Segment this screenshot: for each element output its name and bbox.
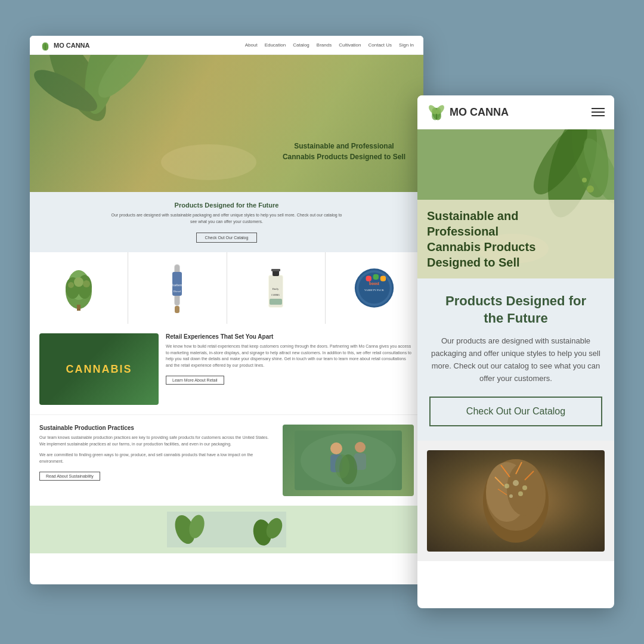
desktop-nav-links: About Education Catalog Brands Cultivati… xyxy=(245,42,414,48)
mobile-catalog-button[interactable]: Check Out Our Catalog xyxy=(429,397,602,426)
svg-rect-35 xyxy=(373,274,379,279)
sustainable-image xyxy=(283,425,414,496)
nav-about[interactable]: About xyxy=(245,42,258,48)
mobile-products-title: Products Designed for the Future xyxy=(429,293,602,327)
logo-leaf-icon xyxy=(39,39,51,51)
sustainable-button[interactable]: Read About Sustainability xyxy=(39,472,100,481)
svg-point-61 xyxy=(582,178,587,182)
svg-rect-34 xyxy=(366,275,371,281)
retail-sign-text: CANNABIS xyxy=(66,363,132,376)
desktop-products-title: Products Designed for the Future xyxy=(39,202,414,209)
svg-point-7 xyxy=(161,144,256,180)
desktop-logo: MO CANNA xyxy=(39,39,90,51)
desktop-bottom-strip xyxy=(30,506,423,553)
scene: MO CANNA About Education Catalog Brands … xyxy=(30,36,614,608)
svg-point-15 xyxy=(83,280,90,287)
mobile-cannabis-image xyxy=(427,450,605,552)
product-card-bud xyxy=(30,252,128,324)
svg-rect-28 xyxy=(270,299,282,305)
product-card-gummies: boost VARIETY PACK xyxy=(326,252,423,324)
nav-contact[interactable]: Contact Us xyxy=(369,42,392,48)
nav-catalog[interactable]: Catalog xyxy=(293,42,309,48)
svg-point-73 xyxy=(513,480,519,486)
svg-point-74 xyxy=(522,485,527,490)
mobile-logo-leaf-icon xyxy=(427,103,446,122)
svg-rect-25 xyxy=(271,269,280,271)
mobile-hero-text: Sustainable and Professional Cannabis Pr… xyxy=(427,208,605,270)
mobile-hero: Sustainable and Professional Cannabis Pr… xyxy=(417,129,614,278)
mobile-products-section: Products Designed for the Future Our pro… xyxy=(417,278,614,441)
svg-point-41 xyxy=(355,442,366,453)
mobile-mockup: MO CANNA xyxy=(417,95,614,608)
desktop-products-grid: Blueberry Diesel Daily 1500MG xyxy=(30,252,423,324)
desktop-products-section: Products Designed for the Future Our pro… xyxy=(30,192,423,252)
svg-point-39 xyxy=(330,442,342,454)
retail-description: We know how to build retail experiences … xyxy=(166,343,414,369)
svg-text:Diesel: Diesel xyxy=(174,290,181,293)
product-bud-image xyxy=(58,264,100,312)
desktop-hero-text: Sustainable and Professional Cannabis Pr… xyxy=(283,141,405,162)
mobile-menu-button[interactable] xyxy=(592,108,605,116)
hamburger-line-1 xyxy=(592,108,605,109)
svg-rect-12 xyxy=(77,305,80,311)
svg-point-13 xyxy=(74,277,83,287)
mobile-products-desc: Our products are designed with sustainab… xyxy=(429,335,602,385)
svg-point-72 xyxy=(504,484,509,488)
svg-text:Blueberry: Blueberry xyxy=(170,283,184,287)
sustainable-title: Sustainable Production Practices xyxy=(39,425,275,431)
retail-store-image: CANNABIS xyxy=(39,333,159,405)
svg-text:VARIETY PACK: VARIETY PACK xyxy=(364,288,384,291)
desktop-retail-section: CANNABIS Retail Experiences That Set You… xyxy=(30,324,423,415)
svg-text:Daily: Daily xyxy=(273,287,280,290)
svg-point-60 xyxy=(587,185,594,193)
mobile-nav: MO CANNA xyxy=(417,95,614,129)
svg-point-76 xyxy=(518,491,523,496)
product-vape-image: Blueberry Diesel xyxy=(156,264,198,312)
mobile-hero-overlay: Sustainable and Professional Cannabis Pr… xyxy=(417,200,614,278)
svg-text:boost: boost xyxy=(369,281,379,286)
hamburger-line-2 xyxy=(592,112,605,113)
mobile-logo: MO CANNA xyxy=(427,103,509,122)
desktop-mockup: MO CANNA About Education Catalog Brands … xyxy=(30,36,423,584)
product-card-tincture: Daily 1500MG xyxy=(227,252,326,324)
hero-decoration xyxy=(30,55,423,192)
svg-rect-21 xyxy=(175,306,179,313)
sustainable-content: Sustainable Production Practices Our tea… xyxy=(39,425,275,481)
nav-education[interactable]: Education xyxy=(265,42,286,48)
nav-cultivation[interactable]: Cultivation xyxy=(339,42,361,48)
sustainable-desc-2: We are committed to finding green ways t… xyxy=(39,452,275,465)
nav-brands[interactable]: Brands xyxy=(317,42,332,48)
desktop-nav: MO CANNA About Education Catalog Brands … xyxy=(30,36,423,55)
product-tincture-image: Daily 1500MG xyxy=(255,264,297,312)
desktop-hero: Sustainable and Professional Cannabis Pr… xyxy=(30,55,423,192)
retail-title: Retail Experiences That Set You Apart xyxy=(166,333,414,340)
desktop-products-desc: Our products are designed with sustainab… xyxy=(107,212,346,225)
svg-rect-36 xyxy=(380,275,386,281)
product-card-vape: Blueberry Diesel xyxy=(128,252,227,324)
mobile-product-image-section xyxy=(417,441,614,561)
svg-point-44 xyxy=(335,454,349,478)
retail-learn-button[interactable]: Learn More About Retail xyxy=(166,376,224,385)
retail-content: Retail Experiences That Set You Apart We… xyxy=(166,333,414,385)
desktop-sustainable-section: Sustainable Production Practices Our tea… xyxy=(30,415,423,506)
nav-signin[interactable]: Sign In xyxy=(399,42,414,48)
svg-text:1500MG: 1500MG xyxy=(271,293,280,296)
product-gummies-image: boost VARIETY PACK xyxy=(354,264,395,312)
svg-point-14 xyxy=(68,282,74,288)
hamburger-line-3 xyxy=(592,115,605,116)
desktop-catalog-button[interactable]: Check Out Our Catalog xyxy=(196,233,258,243)
sustainable-desc-1: Our team knows sustainable production pr… xyxy=(39,435,275,447)
svg-point-75 xyxy=(509,494,513,498)
